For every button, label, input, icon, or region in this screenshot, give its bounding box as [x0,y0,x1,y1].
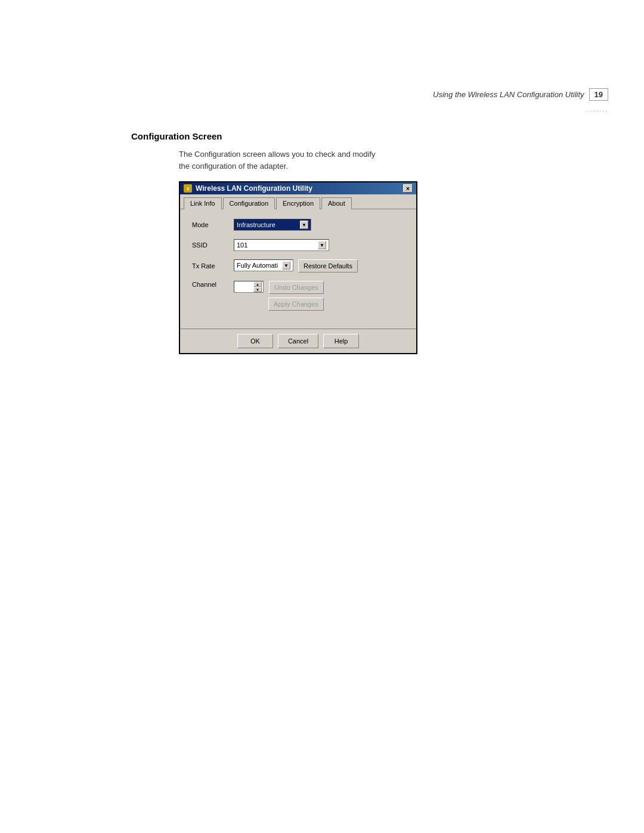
channel-controls: ▲ ▼ Undo Changes Apply Changes [234,281,324,311]
channel-row: Channel ▲ ▼ Undo Changes Apply Changes [192,281,404,311]
ssid-control-area: 101 ▼ [234,239,404,251]
tab-configuration[interactable]: Configuration [223,197,275,209]
tab-link-info[interactable]: Link Info [184,197,222,209]
cancel-button[interactable]: Cancel [278,334,318,348]
dialog-titlebar: 3 Wireless LAN Configuration Utility × [180,182,416,194]
main-content: Configuration Screen The Configuration s… [131,131,561,354]
txrate-row: Tx Rate Fully Automati ▼ Restore Default… [192,259,404,272]
channel-spinner[interactable]: ▲ ▼ [234,281,264,293]
tab-about[interactable]: About [321,197,352,209]
page-dots: ........ [586,106,608,113]
dialog-wrapper: 3 Wireless LAN Configuration Utility × L… [179,181,561,354]
mode-dropdown[interactable]: Infrastructure ▼ [234,219,311,231]
tab-encryption[interactable]: Encryption [276,197,320,209]
txrate-controls: Fully Automati ▼ Restore Defaults [234,259,358,272]
dialog-footer: OK Cancel Help [180,329,416,353]
txrate-label: Tx Rate [192,262,234,270]
txrate-dropdown[interactable]: Fully Automati ▼ [234,259,293,271]
right-buttons: Undo Changes Apply Changes [268,281,324,311]
mode-row: Mode Infrastructure ▼ [192,219,404,231]
ssid-dropdown[interactable]: 101 ▼ [234,239,329,251]
mode-dropdown-arrow: ▼ [300,221,308,229]
restore-defaults-button[interactable]: Restore Defaults [298,259,358,272]
page-number: 19 [589,88,608,101]
app-icon: 3 [184,184,192,193]
dialog-title-text: Wireless LAN Configuration Utility [196,184,312,193]
ssid-dropdown-arrow: ▼ [318,241,326,249]
desc-line1: The Configuration screen allows you to c… [179,150,376,159]
help-button[interactable]: Help [323,334,359,348]
page-header: Using the Wireless LAN Configuration Uti… [433,88,608,101]
txrate-dropdown-arrow: ▼ [282,261,290,270]
spinner-up-arrow[interactable]: ▲ [253,281,262,287]
dialog: 3 Wireless LAN Configuration Utility × L… [179,181,417,354]
spinner-down-arrow[interactable]: ▼ [253,287,262,292]
section-title: Configuration Screen [131,131,561,141]
desc-line2: the configuration of the adapter. [179,162,288,171]
ssid-row: SSID 101 ▼ [192,239,404,251]
apply-changes-button[interactable]: Apply Changes [268,298,324,311]
undo-changes-button[interactable]: Undo Changes [269,281,323,294]
channel-label: Channel [192,281,234,288]
section-description: The Configuration screen allows you to c… [179,148,561,172]
txrate-value: Fully Automati [237,262,282,269]
ok-button[interactable]: OK [237,334,273,348]
ssid-label: SSID [192,241,234,249]
mode-control-area: Infrastructure ▼ [234,219,404,231]
ssid-value: 101 [237,241,318,249]
tab-bar: Link Info Configuration Encryption About [180,194,416,209]
dialog-body: Mode Infrastructure ▼ SSID 101 ▼ [180,209,416,329]
dialog-title-left: 3 Wireless LAN Configuration Utility [184,184,312,193]
spinner-arrows: ▲ ▼ [253,281,262,292]
mode-value: Infrastructure [237,221,300,228]
dialog-close-button[interactable]: × [403,184,413,193]
mode-label: Mode [192,221,234,228]
page-header-text: Using the Wireless LAN Configuration Uti… [433,90,584,99]
